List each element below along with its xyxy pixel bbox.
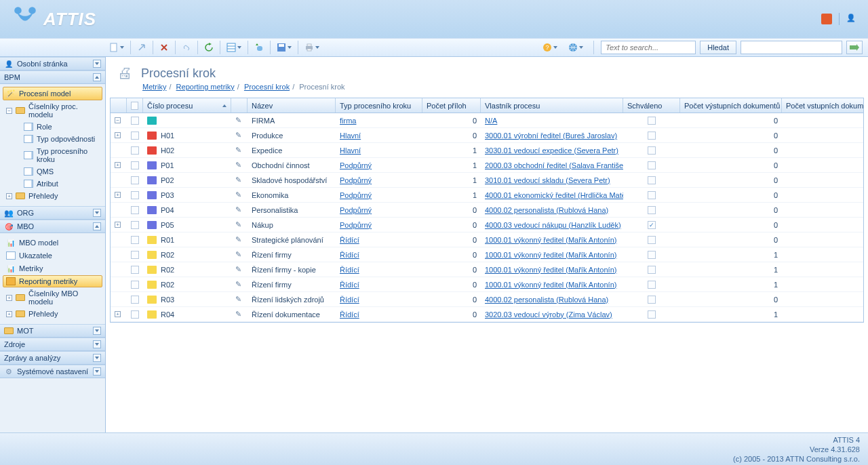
- expand-icon[interactable]: +: [115, 311, 121, 317]
- row-checkbox[interactable]: [131, 132, 139, 140]
- go-button[interactable]: [846, 41, 863, 54]
- row-checkbox[interactable]: [131, 266, 139, 274]
- edit-row-icon[interactable]: [235, 131, 241, 140]
- sidebar-item-typ-krok[interactable]: Typ procesního kroku: [3, 145, 102, 165]
- process-type-link[interactable]: Řídící: [340, 310, 359, 319]
- approved-checkbox[interactable]: [648, 191, 656, 199]
- table-row[interactable]: +P01Obchodní činnostPodpůrný12000.03 obc…: [111, 158, 863, 173]
- sidebar-item-mbo-model[interactable]: MBO model: [3, 236, 102, 249]
- sidebar-item-atribut[interactable]: Atribut: [3, 178, 102, 190]
- row-checkbox[interactable]: [131, 206, 139, 214]
- edit-row-icon[interactable]: [235, 235, 241, 244]
- chevron-up-icon[interactable]: [93, 222, 101, 230]
- row-checkbox[interactable]: [131, 117, 139, 125]
- search-button[interactable]: Hledat: [700, 41, 736, 54]
- grid-header-vystup[interactable]: Počet výstupních dokumentů: [680, 98, 782, 113]
- table-row[interactable]: +R04Řízení dokumentaceŘídící03020.03 ved…: [111, 307, 863, 322]
- process-type-link[interactable]: Podpůrný: [340, 176, 372, 184]
- row-checkbox[interactable]: [131, 236, 139, 244]
- table-row[interactable]: P02Skladové hospodářstvíPodpůrný13010.01…: [111, 173, 863, 188]
- sidebar-item-ciselniky-mbo[interactable]: + Číselníky MBO modelu: [3, 287, 102, 308]
- breadcrumb-link[interactable]: Metriky: [142, 83, 166, 91]
- approved-checkbox[interactable]: [648, 117, 656, 125]
- process-type-link[interactable]: Podpůrný: [340, 206, 372, 214]
- sidebar-item-qms[interactable]: QMS: [3, 165, 102, 178]
- process-type-link[interactable]: Řídící: [340, 251, 359, 259]
- owner-link[interactable]: 1000.01 výkonný ředitel (Mařík Antonín): [485, 236, 616, 244]
- edit-row-icon[interactable]: [235, 176, 241, 184]
- sidebar-system[interactable]: Systémové nastavení: [0, 365, 105, 378]
- filter-input[interactable]: [741, 41, 842, 54]
- table-row[interactable]: R01Strategické plánováníŘídící01000.01 v…: [111, 232, 863, 247]
- owner-link[interactable]: 1000.01 výkonný ředitel (Mařík Antonín): [485, 281, 616, 289]
- collapse-icon[interactable]: −: [6, 108, 12, 114]
- grid-header-schvaleno[interactable]: Schváleno: [623, 98, 680, 113]
- grid-header-expand[interactable]: [111, 98, 127, 113]
- process-type-link[interactable]: Hlavní: [340, 132, 361, 140]
- approved-checkbox[interactable]: [648, 310, 656, 319]
- chevron-down-icon[interactable]: [93, 340, 101, 348]
- grid-header-nazev[interactable]: Název: [248, 98, 336, 113]
- edit-row-icon[interactable]: [235, 205, 241, 214]
- process-type-link[interactable]: Podpůrný: [340, 191, 372, 199]
- row-checkbox[interactable]: [131, 221, 139, 229]
- owner-link[interactable]: 2000.03 obchodní ředitel (Salava Františ…: [485, 161, 623, 169]
- table-row[interactable]: +P03EkonomikaPodpůrný14000.01 ekonomický…: [111, 188, 863, 203]
- table-row[interactable]: +P05NákupPodpůrný04000.03 vedoucí nákupu…: [111, 218, 863, 232]
- process-type-link[interactable]: firma: [340, 117, 356, 125]
- sidebar-mot[interactable]: MOT: [0, 324, 105, 338]
- help-button[interactable]: ?: [540, 40, 560, 55]
- search-input[interactable]: [601, 41, 696, 54]
- owner-link[interactable]: 4000.02 personalista (Rublová Hana): [485, 296, 608, 304]
- owner-link[interactable]: 3000.01 výrobní ředitel (Bureš Jaroslav): [485, 132, 617, 140]
- grid-header-typ[interactable]: Typ procesního kroku: [336, 98, 422, 113]
- export-button[interactable]: [274, 40, 294, 55]
- edit-row-icon[interactable]: [235, 295, 241, 304]
- owner-link[interactable]: 4000.01 ekonomický ředitel (Hrdlička Mat…: [485, 191, 623, 199]
- row-checkbox[interactable]: [131, 310, 139, 319]
- row-checkbox[interactable]: [131, 161, 139, 169]
- refresh-button[interactable]: [201, 40, 216, 55]
- grid-header-vstup[interactable]: Počet vstupních dokumentů: [782, 98, 864, 113]
- approved-checkbox[interactable]: [648, 146, 656, 155]
- edit-row-icon[interactable]: [235, 250, 241, 259]
- chevron-down-icon[interactable]: [93, 60, 101, 68]
- sidebar-zpravy[interactable]: Zprávy a analýzy: [0, 351, 105, 365]
- sidebar-item-reporting-metriky[interactable]: Reporting metriky: [3, 275, 102, 287]
- sidebar-item-role[interactable]: Role: [3, 121, 102, 133]
- row-checkbox[interactable]: [131, 296, 139, 304]
- owner-link[interactable]: 3030.01 vedoucí expedice (Severa Petr): [485, 146, 618, 155]
- table-row[interactable]: R03Řízení lidských zdrojůŘídící04000.02 …: [111, 292, 863, 307]
- chevron-down-icon[interactable]: [93, 327, 101, 335]
- breadcrumb-link[interactable]: Reporting metriky: [176, 83, 235, 91]
- process-type-link[interactable]: Řídící: [340, 236, 359, 244]
- approved-checkbox[interactable]: [648, 281, 656, 289]
- table-row[interactable]: +H01ProdukceHlavní03000.01 výrobní ředit…: [111, 128, 863, 143]
- layout-button[interactable]: [224, 40, 244, 55]
- chevron-down-icon[interactable]: [93, 354, 101, 362]
- sidebar-bpm[interactable]: BPM: [0, 70, 105, 84]
- owner-link[interactable]: 3020.03 vedoucí výroby (Zima Václav): [485, 310, 612, 319]
- approved-checkbox[interactable]: [648, 206, 656, 214]
- approved-checkbox[interactable]: [648, 236, 656, 244]
- globe-button[interactable]: [566, 40, 586, 55]
- import-button[interactable]: [252, 40, 267, 55]
- chevron-down-icon[interactable]: [93, 209, 101, 217]
- expand-icon[interactable]: +: [115, 222, 121, 228]
- edit-row-icon[interactable]: [235, 265, 241, 274]
- table-row[interactable]: −FIRMAfirma0N/A00: [111, 113, 863, 128]
- breadcrumb-link[interactable]: Procesní krok: [244, 83, 290, 91]
- sidebar-org[interactable]: 👥ORG: [0, 206, 105, 220]
- sidebar-item-ukazatele[interactable]: Ukazatele: [3, 249, 102, 262]
- expand-icon[interactable]: +: [6, 311, 12, 317]
- owner-link[interactable]: N/A: [485, 117, 497, 125]
- edit-row-icon[interactable]: [235, 280, 241, 289]
- table-row[interactable]: R02Řízení firmyŘídící01000.01 výkonný ře…: [111, 247, 863, 262]
- edit-row-icon[interactable]: [235, 146, 241, 155]
- delete-button[interactable]: [157, 40, 172, 55]
- print-button[interactable]: [302, 40, 322, 55]
- edit-button[interactable]: [134, 40, 149, 55]
- table-row[interactable]: P04PersonalistikaPodpůrný04000.02 person…: [111, 203, 863, 218]
- process-type-link[interactable]: Podpůrný: [340, 161, 372, 169]
- row-checkbox[interactable]: [131, 176, 139, 184]
